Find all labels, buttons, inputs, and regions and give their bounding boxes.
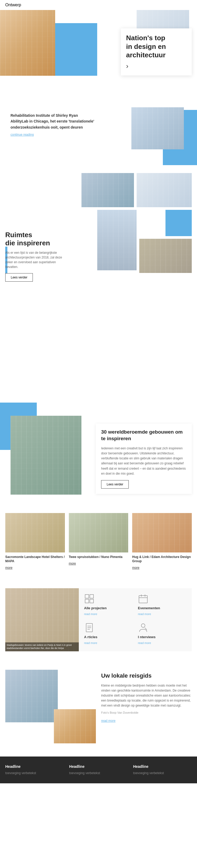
card-2-title: Twee spruisstukken / Nuno Pimenta [69,555,128,559]
interview-icon [138,622,149,633]
buildings-read-more-button[interactable]: Lees verder [101,480,129,489]
card-2-image [69,513,128,553]
rehab-description: Rehabilitation Institute of Shirley Ryan… [10,113,96,130]
hero-heading: Nation's top in design en architectuur [126,34,187,59]
footer-col-2: Headline toevoeging verbetekst [69,765,128,775]
card-2: Twee spruisstukken / Nuno Pimenta more [69,513,128,569]
card-2-link[interactable]: more [69,562,76,565]
features-image-caption: Stadsgebouwen: tevens van iedere en Pari… [5,642,79,651]
feature-link-articles[interactable]: read more [84,641,97,645]
feature-item-events: Evenementen read more [138,593,187,617]
footer-col-1-text: toevoeging verbetekst [5,771,64,775]
rehab-text: Rehabilitation Institute of Shirley Ryan… [5,107,101,142]
buildings-left [5,408,91,495]
buildings-main-image [10,416,81,495]
guide-image-secondary [54,709,96,743]
card-1-link[interactable]: more [5,566,12,569]
feature-link-interviews[interactable]: read more [138,641,151,645]
buildings-section: 30 wereldberoemde gebouwen om te inspire… [0,403,197,505]
guide-section: Uw lokale reisgids Kleine en middelgrote… [0,664,197,749]
guide-image-main [5,670,58,722]
feature-link-projects[interactable]: read more [84,612,97,616]
guide-images [5,670,96,743]
feature-link-events[interactable]: read more [138,612,151,616]
svg-rect-4 [139,596,147,603]
document-icon [84,622,95,633]
guide-paragraph: Kleine en middelgrote bedrijven hebben o… [101,683,192,708]
feature-item-projects: Alle projecten read more [84,593,133,617]
footer-col-1-heading: Headline [5,765,64,769]
spaces-img-bottomright [139,239,192,273]
card-1-image [5,513,65,553]
card-3-link[interactable]: more [132,566,139,569]
rehab-section: Rehabilitation Institute of Shirley Ryan… [0,102,197,165]
features-section: Stadsgebouwen: tevens van iedere en Pari… [0,583,197,657]
spaces-img-topleft [81,173,134,207]
svg-rect-1 [90,594,94,598]
footer-col-2-text: toevoeging verbetekst [69,771,128,775]
footer-col-2-heading: Headline [69,765,128,769]
spaces-section: Ruimtes die inspireren Als er een lijst … [0,173,197,392]
grid-icon [84,593,95,604]
cards-section: Sacromonte Landscape Hotel Shelters / MA… [0,508,197,575]
card-3-title: Hug & Link / Edam Architecture Design Gr… [132,555,192,563]
spaces-img-tower [97,210,137,270]
spaces-heading: Ruimtes die inspireren [5,231,63,247]
feature-item-interviews: I nterviews read more [138,622,187,646]
spaces-read-more-button[interactable]: Lees verder [5,273,33,282]
calendar-icon [138,593,149,604]
spaces-blue-square [165,210,192,236]
footer-col-3-heading: Headline [133,765,192,769]
spaces-img-topright [137,173,192,207]
feature-title-interviews: I nterviews [138,635,187,639]
feature-title-projects: Alle projecten [84,606,133,610]
buildings-description: Iedereen met een creativit but is zijn l… [101,446,187,476]
hero-image-left [0,10,55,76]
spaces-description: Als er een lijst is van de belangrijkste… [5,250,63,269]
svg-rect-0 [85,594,89,598]
buildings-heading: 30 wereldberoemde gebouwen om te inspire… [101,429,187,442]
footer-col-3: Headline toevoeging verbetekst [133,765,192,775]
svg-rect-2 [85,599,89,603]
rehab-link[interactable]: continue reading [10,133,96,136]
footer: Headline toevoeging verbetekst Headline … [0,756,197,783]
footer-col-1: Headline toevoeging verbetekst [5,765,64,775]
features-image: Stadsgebouwen: tevens van iedere en Pari… [5,588,79,651]
svg-rect-3 [90,599,94,603]
card-1-title: Sacromonte Landscape Hotel Shelters / MA… [5,555,65,563]
guide-photo-credit: Foto's Boop Van Duvenbolde [101,711,192,714]
guide-read-more-link[interactable]: read more [101,719,116,722]
card-3: Hug & Link / Edam Architecture Design Gr… [132,513,192,569]
svg-point-12 [141,624,145,627]
buildings-text-box: 30 wereldberoemde gebouwen om te inspire… [96,424,192,494]
header-title: Ontwerp [5,3,21,7]
card-3-image [132,513,192,553]
guide-text: Uw lokale reisgids Kleine en middelgrote… [101,670,192,743]
rehab-image-container [106,107,192,160]
hero-section: Nation's top in design en architectuur › [0,10,197,94]
spaces-image-grid [81,173,192,273]
feature-item-articles: A rticles read more [84,622,133,646]
hero-arrow[interactable]: › [126,62,187,70]
footer-col-3-text: toevoeging verbetekst [133,771,192,775]
header: Ontwerp [0,0,197,10]
feature-title-articles: A rticles [84,635,133,639]
hero-text-box: Nation's top in design en architectuur › [121,28,192,75]
rehab-image [131,107,184,149]
card-1: Sacromonte Landscape Hotel Shelters / MA… [5,513,65,569]
spaces-text: Ruimtes die inspireren Als er een lijst … [5,178,63,282]
feature-title-events: Evenementen [138,606,187,610]
guide-heading: Uw lokale reisgids [101,672,192,679]
features-grid: Alle projecten read more Evenementen rea… [79,588,192,651]
